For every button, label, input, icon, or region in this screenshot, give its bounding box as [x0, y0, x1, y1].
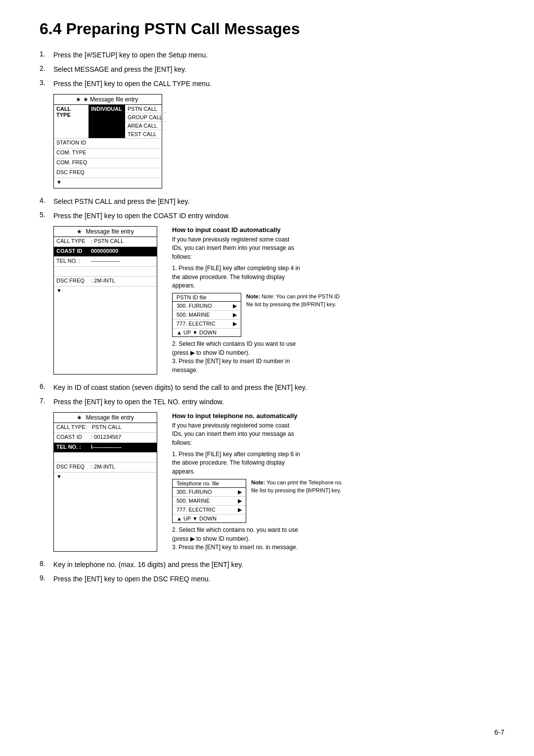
- tel-note: Note: You can print the Telephone no. fi…: [251, 479, 350, 495]
- comfreq-row: COM. FREQ: [54, 158, 162, 168]
- coastid-row: COAST ID 000000000: [54, 247, 157, 257]
- howto-coast-title: How to input coast ID automatically: [172, 226, 345, 234]
- dialog-coastid-title: ★ Message file entry: [54, 227, 157, 237]
- tel-row-2: 500. MARINE▶: [173, 497, 246, 506]
- calltype-pstn-row2: CALL TYPE: PSTN CALL: [54, 423, 157, 433]
- blank-row2: [54, 453, 157, 463]
- blank-row1: [54, 267, 157, 277]
- tel-updown: ▲ UP ▼ DOWN: [173, 515, 246, 522]
- dropdown-groupcall: GROUP CALL: [125, 113, 167, 122]
- step-5: 5. Press the [ENT] key to open the COAST…: [40, 211, 504, 221]
- arrow-row2: ▼: [54, 286, 157, 296]
- howto-tel-step1: 1. Press the [FILE] key after completing…: [172, 450, 301, 476]
- howto-tel-section: How to input telephone no. automatically…: [172, 412, 350, 552]
- dialog-calltype-title: ★★ Message file entry: [54, 94, 162, 105]
- dropdown-areacall: AREA CALL: [125, 122, 167, 130]
- pstn-table-header: PSTN ID file: [173, 293, 241, 302]
- howto-tel-title: How to input telephone no. automatically: [172, 412, 350, 420]
- page-title: 6.4 Preparing PSTN Call Messages: [40, 20, 504, 38]
- step-2: 2. Select MESSAGE and press the [ENT] ke…: [40, 64, 504, 75]
- page-footer: 6-7: [494, 728, 504, 736]
- howto-coast-section: How to input coast ID automatically If y…: [172, 226, 345, 375]
- tel-table-header: Telephone no. file: [173, 479, 246, 488]
- pstn-note: Note: Note: You can print the PSTN ID fi…: [246, 293, 345, 309]
- dropdown-pstncall: PSTN CALL: [125, 105, 167, 113]
- tel-row-3: 777. ELECTRIC▶: [173, 506, 246, 515]
- step-3: 3. Press the [ENT] key to open the CALL …: [40, 79, 504, 89]
- howto-tel-step3: 3. Press the [ENT] key to insert no. in …: [172, 543, 301, 552]
- calltype-pstn-row: CALL TYPE : PSTN CALL: [54, 237, 157, 247]
- step-4: 4. Select PSTN CALL and press the [ENT] …: [40, 196, 504, 207]
- howto-tel-step2: 2. Select file which contains no. you wa…: [172, 526, 301, 543]
- step-1: 1. Press the [#/SETUP] key to open the S…: [40, 50, 504, 60]
- telno-row: TEL NO. : ----------------: [54, 257, 157, 267]
- comtype-row: COM. TYPE: [54, 148, 162, 158]
- pstn-id-table: PSTN ID file 300. FURUNO▶ 500. MARINE▶ 7…: [172, 293, 241, 337]
- arrow-row3: ▼: [54, 472, 157, 482]
- howto-tel-intro: If you have previously registered some c…: [172, 422, 301, 447]
- tel-row-1: 300. FURUNO▶: [173, 488, 246, 497]
- pstn-row-3: 777. ELECTRIC▶: [173, 320, 241, 329]
- dialog-calltype: ★★ Message file entry CALL TYPE INDIVIDU…: [53, 94, 162, 189]
- coastid-row2: COAST ID : 001234567: [54, 433, 157, 443]
- step-6: 6. Key in ID of coast station (seven dig…: [40, 382, 504, 393]
- step-9: 9. Press the [ENT] key to open the DSC F…: [40, 574, 504, 584]
- dialog-coastid: ★ Message file entry CALL TYPE : PSTN CA…: [53, 226, 157, 375]
- calltype-label: CALL TYPE: [54, 105, 89, 138]
- howto-coast-intro: If you have previously registered some c…: [172, 236, 301, 261]
- calltype-value: INDIVIDUAL: [89, 105, 125, 138]
- dscfreq-row1: DSC FREQ: [54, 168, 162, 178]
- howto-coast-step1: 1. Press the [FILE] key after completing…: [172, 264, 301, 290]
- tel-id-table: Telephone no. file 300. FURUNO▶ 500. MAR…: [172, 479, 246, 523]
- dialog-telno-title: ★ Message file entry: [54, 413, 157, 423]
- dscfreq-row3: DSC FREQ : 2M-INTL: [54, 463, 157, 472]
- pstn-row-2: 500. MARINE▶: [173, 311, 241, 320]
- pstn-updown: ▲ UP ▼ DOWN: [173, 329, 241, 336]
- pstn-row-1: 300. FURUNO▶: [173, 302, 241, 311]
- dialog-telno: ★ Message file entry CALL TYPE: PSTN CAL…: [53, 412, 157, 552]
- telno-highlight-row: TEL NO. : I----------------: [54, 443, 157, 453]
- arrow-row1: ▼: [54, 178, 162, 188]
- pstn-table-wrapper: PSTN ID file 300. FURUNO▶ 500. MARINE▶ 7…: [172, 293, 345, 337]
- step-8: 8. Key in telephone no. (max. 16 digits)…: [40, 560, 504, 570]
- tel-table-wrapper: Telephone no. file 300. FURUNO▶ 500. MAR…: [172, 479, 350, 523]
- dropdown-testcall: TEST CALL: [125, 130, 167, 138]
- howto-coast-step3: 3. Press the [ENT] key to insert ID numb…: [172, 357, 301, 375]
- dscfreq-row2: DSC FREQ : 2M-INTL: [54, 277, 157, 286]
- howto-coast-step2: 2. Select file which contains ID you wan…: [172, 340, 301, 357]
- step-7: 7. Press the [ENT] key to open the TEL N…: [40, 397, 504, 407]
- stationid-row: STATION ID: [54, 139, 162, 148]
